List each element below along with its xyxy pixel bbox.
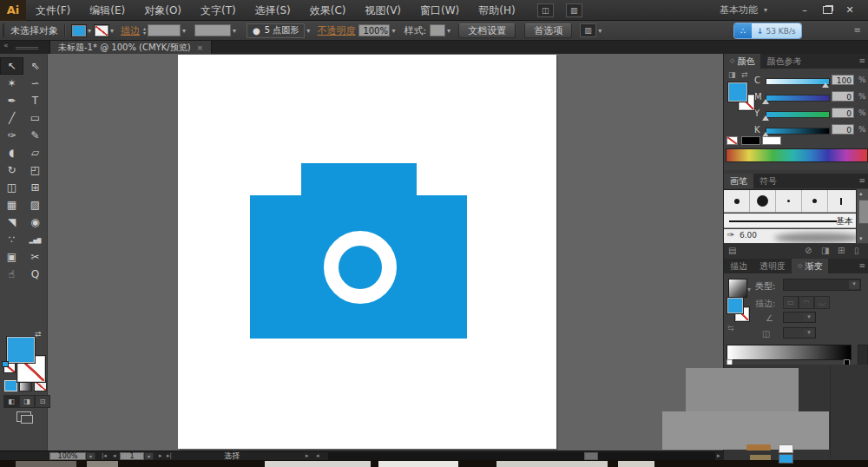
screen-mode-button[interactable] [16, 411, 31, 422]
rectangle-tool[interactable]: ▭ [23, 109, 47, 127]
taskbar-item[interactable] [16, 461, 76, 467]
artboard-tool[interactable]: ▣ [0, 248, 23, 266]
menu-file[interactable]: 文件(F) [26, 0, 80, 21]
close-button[interactable]: ✕ [838, 0, 861, 21]
brushes-scrollbar-thumb[interactable] [858, 200, 868, 224]
camera-lens-ring[interactable] [324, 231, 397, 304]
black-swatch[interactable] [741, 136, 760, 145]
scroll-down-icon[interactable]: ▾ [859, 235, 863, 242]
selection-tool[interactable]: ↖ [0, 57, 23, 75]
slice-tool[interactable]: ✂ [23, 248, 47, 266]
color-panel-menu-icon[interactable]: ≡ [858, 54, 868, 69]
canvas-pasteboard[interactable] [48, 54, 723, 451]
tab-close-icon[interactable]: × [197, 43, 204, 52]
document-tab[interactable]: 未标题-1* @ 100% (CMYK/预览) × [49, 41, 212, 54]
brush-libraries-icon[interactable]: ▤ [728, 246, 736, 255]
artboard-number-field[interactable]: 1 [120, 452, 144, 460]
eyedropper-tool[interactable]: ◥ [0, 214, 23, 231]
brush-item[interactable] [802, 190, 828, 212]
color-spectrum-bar[interactable] [726, 148, 868, 162]
stroke-dropdown-icon[interactable]: ▾ [110, 27, 114, 35]
zoom-level-field[interactable]: 100% [49, 452, 86, 460]
color-button[interactable] [4, 380, 17, 391]
artboard-dropdown-icon[interactable]: ▾ [144, 452, 154, 460]
restore-button[interactable] [816, 0, 838, 22]
reverse-gradient-icon[interactable]: ⇆ [727, 324, 734, 332]
draw-inside-button[interactable]: ⊡ [35, 395, 50, 408]
brush-item[interactable] [828, 190, 854, 212]
width-profile-dropdown-icon[interactable]: ▾ [233, 27, 236, 35]
tab-brushes[interactable]: 画笔 [724, 174, 753, 188]
stroke-weight-stepper[interactable]: ▴ ▾ [143, 26, 146, 35]
lasso-tool[interactable]: ∽ [23, 75, 47, 92]
workspace-switcher[interactable]: 基本功能 ▾ [720, 3, 771, 16]
menu-help[interactable]: 帮助(H) [469, 0, 524, 21]
camera-shape-top[interactable] [301, 163, 417, 196]
magic-wand-tool[interactable]: ✶ [0, 75, 23, 92]
width-profile-field[interactable] [194, 24, 231, 36]
gradient-fill-proxy[interactable] [727, 298, 743, 313]
gradient-thumb-dropdown-icon[interactable]: ▾ [747, 286, 751, 293]
taskbar-item[interactable] [378, 461, 458, 467]
basic-brush-row[interactable]: 基本 [724, 214, 856, 228]
stroke-panel-link[interactable]: 描边 [121, 24, 140, 37]
tab-stroke[interactable]: 描边 [724, 259, 753, 273]
symbol-sprayer-tool[interactable]: ∵ [0, 231, 23, 248]
draw-normal-button[interactable]: ◧ [3, 395, 19, 408]
yellow-slider[interactable] [766, 111, 830, 118]
default-fill-stroke-icon[interactable] [3, 363, 16, 373]
yellow-slider-knob[interactable] [762, 115, 769, 121]
gradient-panel-menu-icon[interactable]: ≡ [858, 259, 868, 273]
type-tool[interactable]: T [23, 92, 47, 109]
stroke-across-button[interactable]: ◡ [814, 296, 830, 309]
preferences-button[interactable]: 首选项 [524, 23, 572, 38]
brushes-panel-menu-icon[interactable]: ≡ [858, 174, 868, 188]
minimize-button[interactable]: – [793, 0, 816, 21]
free-transform-tool[interactable]: ◰ [23, 161, 47, 179]
cyan-slider[interactable] [766, 78, 830, 85]
brush-item[interactable] [724, 190, 750, 212]
magenta-value-field[interactable]: 0 [832, 91, 854, 102]
paintbrush-tool[interactable]: ✑ [0, 127, 23, 144]
tab-transparency[interactable]: 透明度 [753, 259, 792, 273]
remove-brush-stroke-icon[interactable]: ⊘ [805, 246, 812, 255]
cyan-slider-knob[interactable] [822, 82, 829, 88]
black-slider[interactable] [766, 128, 830, 135]
tab-color[interactable]: ◇ 颜色 [724, 54, 760, 69]
stroke-within-button[interactable]: ▭ [783, 296, 799, 309]
bridge-icon[interactable]: ◫ [537, 3, 554, 17]
brush-definition-select[interactable]: ● 5 点圆形 [247, 23, 305, 38]
toolbar-grip[interactable] [16, 47, 38, 48]
blend-tool[interactable]: ◉ [23, 214, 47, 231]
taskbar-item[interactable] [265, 461, 371, 467]
line-segment-tool[interactable]: ╱ [0, 109, 23, 127]
brush-options-icon[interactable]: ◨ [821, 246, 829, 255]
opacity-field[interactable]: 100% [358, 24, 390, 36]
stroke-along-button[interactable]: ◠ [799, 296, 814, 309]
style-swatch[interactable] [430, 24, 445, 36]
angle-field[interactable]: ▾ [783, 312, 816, 323]
menu-effect[interactable]: 效果(C) [300, 0, 356, 21]
opacity-dropdown-icon[interactable]: ▾ [391, 27, 395, 35]
document-setup-button[interactable]: 文档设置 [458, 23, 516, 38]
brush-item[interactable] [776, 190, 802, 212]
swap-fill-stroke-icon[interactable]: ⇄ [35, 330, 42, 339]
delete-brush-icon[interactable]: ▯ [854, 246, 859, 255]
taskbar-item[interactable] [618, 461, 654, 467]
collapse-toolbar-icon[interactable]: « [3, 41, 9, 49]
menu-object[interactable]: 对象(O) [135, 0, 191, 21]
new-brush-icon[interactable]: ⊞ [838, 246, 845, 255]
taskbar-item[interactable] [496, 461, 608, 467]
horizontal-scrollbar-thumb[interactable] [584, 452, 598, 460]
hand-tool[interactable]: ☝ [0, 266, 23, 283]
blob-brush-tool[interactable]: ◖ [0, 144, 23, 161]
gradient-tool[interactable]: ▨ [23, 196, 47, 214]
align-icon[interactable]: ▥ [580, 23, 596, 37]
black-value-field[interactable]: 0 [832, 124, 854, 135]
menu-type[interactable]: 文字(T) [191, 0, 246, 21]
brush-item[interactable] [750, 190, 776, 212]
menu-select[interactable]: 选择(S) [246, 0, 300, 21]
gradient-thumbnail[interactable] [728, 279, 747, 298]
style-dropdown-icon[interactable]: ▾ [447, 27, 450, 35]
tab-symbols[interactable]: 符号 [753, 174, 783, 188]
